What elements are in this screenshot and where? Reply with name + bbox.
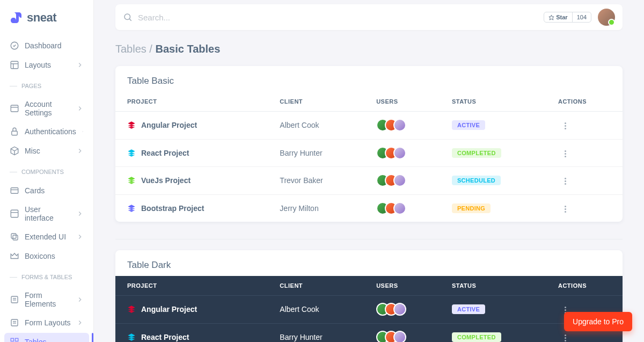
avatar [393, 119, 406, 132]
sidebar-item-label: Form Elements [25, 291, 71, 308]
user-avatars[interactable] [376, 303, 435, 316]
sidebar-item-extended-ui[interactable]: Extended UI [4, 228, 89, 246]
table-row: Angular ProjectAlbert CookACTIVE [115, 112, 623, 140]
detail-icon [10, 318, 19, 328]
sidebar-item-form-layouts[interactable]: Form Layouts [4, 314, 89, 332]
sidebar-item-misc[interactable]: Misc [4, 142, 89, 160]
dots-vertical-icon [565, 150, 566, 157]
sidebar-item-authentications[interactable]: Authentications [4, 122, 89, 141]
project-icon [127, 305, 136, 314]
chevron-right-icon [76, 105, 84, 112]
client-cell: Albert Cook [271, 296, 368, 324]
cube-icon [10, 146, 19, 156]
table-header: USERS [368, 276, 443, 296]
sidebar-item-label: Tables [25, 338, 84, 342]
sidebar-item-layouts[interactable]: Layouts [4, 56, 89, 74]
sidebar-section-header: FORMS & TABLES [0, 268, 93, 283]
row-actions-button[interactable] [558, 330, 573, 342]
table-basic: PROJECTCLIENTUSERSSTATUSACTIONS Angular … [115, 92, 623, 222]
project-name: React Project [141, 149, 189, 157]
row-actions-button[interactable] [558, 201, 573, 216]
table-header: CLIENT [271, 276, 368, 296]
dots-vertical-icon [565, 206, 566, 213]
avatar [393, 174, 406, 187]
upgrade-button[interactable]: Upgrade to Pro [564, 312, 632, 331]
project-cell: React Project [127, 149, 262, 157]
project-cell: Bootstrap Project [127, 204, 262, 213]
sidebar: sneat DashboardLayouts PAGESAccount Sett… [0, 0, 94, 342]
sidebar-item-label: Authentications [25, 127, 76, 136]
svg-marker-31 [549, 14, 554, 19]
sidebar-item-user-interface[interactable]: User interface [4, 201, 89, 227]
detail-icon [10, 295, 19, 304]
sidebar-item-dashboard[interactable]: Dashboard [4, 37, 89, 55]
row-actions-button[interactable] [558, 146, 573, 161]
topbar: Star 104 [115, 4, 623, 30]
client-cell: Jerry Milton [271, 194, 368, 222]
chevron-right-icon [76, 233, 84, 241]
copy-icon [10, 232, 19, 242]
star-label: Star [556, 14, 567, 20]
sidebar-item-label: Cards [25, 186, 84, 195]
table-row: React ProjectBarry HunterCOMPLETED [115, 139, 623, 167]
user-avatars[interactable] [376, 331, 435, 342]
project-icon [127, 204, 136, 213]
sidebar-item-tables[interactable]: Tables [4, 333, 89, 342]
project-cell: Angular Project [127, 305, 262, 314]
user-avatar[interactable] [598, 9, 615, 26]
client-cell: Barry Hunter [271, 323, 368, 342]
status-badge: COMPLETED [452, 148, 501, 158]
sidebar-item-form-elements[interactable]: Form Elements [4, 287, 89, 312]
status-badge: ACTIVE [452, 120, 485, 130]
chevron-right-icon [76, 147, 84, 155]
github-star-badge[interactable]: Star 104 [544, 12, 591, 23]
crown-icon [10, 251, 19, 261]
status-badge: PENDING [452, 203, 491, 213]
brand-mark-icon [10, 11, 23, 24]
avatar [393, 202, 406, 215]
svg-rect-6 [12, 131, 18, 135]
collection-icon [10, 209, 19, 219]
row-actions-button[interactable] [558, 119, 573, 134]
sidebar-item-label: Form Layouts [25, 318, 71, 327]
svg-line-30 [129, 19, 131, 20]
table-row: React ProjectBarry HunterCOMPLETED [115, 323, 623, 342]
row-actions-button[interactable] [558, 174, 573, 189]
project-cell: VueJs Project [127, 176, 262, 185]
sidebar-item-account-settings[interactable]: Account Settings [4, 96, 89, 121]
brand-name: sneat [27, 11, 56, 25]
grid-icon [10, 337, 19, 342]
chevron-right-icon [82, 128, 84, 135]
user-avatars[interactable] [376, 174, 435, 187]
card-icon [10, 186, 19, 195]
user-avatars[interactable] [376, 119, 435, 132]
avatar [393, 147, 406, 159]
svg-rect-13 [11, 296, 18, 303]
sidebar-section-header: PAGES [0, 77, 93, 92]
user-avatars[interactable] [376, 202, 435, 215]
star-count: 104 [573, 12, 591, 22]
chevron-right-icon [76, 61, 84, 69]
sidebar-section-header: COMPONENTS [0, 163, 93, 178]
breadcrumb-parent[interactable]: Tables [115, 43, 147, 55]
card-title: Table Dark [115, 250, 623, 276]
project-cell: React Project [127, 333, 262, 341]
sidebar-item-label: Extended UI [25, 232, 71, 241]
sidebar-item-boxicons[interactable]: Boxicons [4, 247, 89, 265]
card-title: Table Basic [115, 66, 623, 92]
sidebar-item-label: Boxicons [25, 252, 84, 260]
svg-rect-12 [11, 234, 16, 238]
project-icon [127, 121, 136, 129]
table-dark-card: Table Dark PROJECTCLIENTUSERSSTATUSACTIO… [115, 250, 623, 342]
project-name: React Project [141, 333, 189, 341]
table-basic-card: Table Basic PROJECTCLIENTUSERSSTATUSACTI… [115, 66, 623, 222]
table-header: ACTIONS [550, 276, 623, 296]
svg-rect-7 [11, 188, 18, 194]
table-header: CLIENT [271, 92, 368, 112]
chevron-right-icon [76, 296, 84, 303]
search-input[interactable] [138, 13, 537, 22]
user-avatars[interactable] [376, 147, 435, 159]
avatar [393, 303, 406, 316]
sidebar-item-cards[interactable]: Cards [4, 181, 89, 200]
brand-logo[interactable]: sneat [0, 6, 93, 33]
